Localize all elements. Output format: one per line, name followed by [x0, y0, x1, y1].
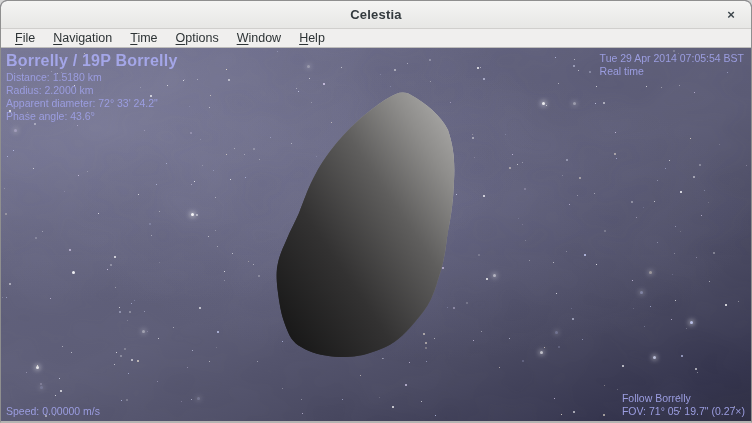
window-titlebar[interactable]: Celestia ×: [1, 1, 751, 29]
time-info: Tue 29 Apr 2014 07:05:54 BST Real time: [600, 52, 744, 78]
celestia-window: Celestia × File Navigation Time Options …: [0, 0, 752, 423]
menu-navigation[interactable]: Navigation: [44, 30, 121, 47]
menu-window[interactable]: Window: [228, 30, 290, 47]
speed-label: Speed: 0.00000 m/s: [6, 405, 100, 418]
follow-label: Follow Borrelly: [622, 392, 745, 405]
time-mode-label: Real time: [600, 65, 744, 78]
selection-info: Borrelly / 19P Borrelly Distance: 1.5180…: [6, 51, 178, 123]
selection-distance: Distance: 1.5180 km: [6, 71, 178, 84]
selection-apparent-diameter: Apparent diameter: 72° 33' 24.2": [6, 97, 178, 110]
menu-time[interactable]: Time: [121, 30, 166, 47]
menubar: File Navigation Time Options Window Help: [1, 29, 751, 48]
menu-help[interactable]: Help: [290, 30, 334, 47]
menu-file[interactable]: File: [6, 30, 44, 47]
fov-label: FOV: 71° 05' 19.7" (0.27×): [622, 405, 745, 418]
selection-radius: Radius: 2.2000 km: [6, 84, 178, 97]
selection-title: Borrelly / 19P Borrelly: [6, 51, 178, 70]
frame-info: Follow Borrelly FOV: 71° 05' 19.7" (0.27…: [622, 392, 745, 418]
space-viewport[interactable]: Borrelly / 19P Borrelly Distance: 1.5180…: [1, 48, 751, 421]
menu-options[interactable]: Options: [167, 30, 228, 47]
close-icon[interactable]: ×: [721, 5, 741, 25]
window-title: Celestia: [350, 7, 401, 22]
datetime-label: Tue 29 Apr 2014 07:05:54 BST: [600, 52, 744, 65]
selection-phase-angle: Phase angle: 43.6°: [6, 110, 178, 123]
